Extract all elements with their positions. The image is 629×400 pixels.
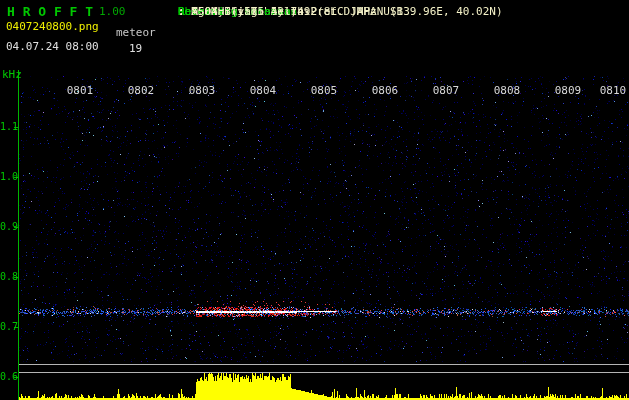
time-label-0808: 0808 (492, 84, 522, 97)
time-label-0806: 0806 (370, 84, 400, 97)
info-value: : A504HB(yagi 4el) (178, 5, 297, 19)
freq-label-0.6: 0.6 (0, 371, 18, 382)
time-label-0804: 0804 (248, 84, 278, 97)
time-label-0805: 0805 (309, 84, 339, 97)
freq-label-0.7: 0.7 (0, 321, 18, 332)
freq-label-0.9: 0.9 (0, 221, 18, 232)
echo-count: 19 (129, 42, 142, 55)
time-label-0809: 0809 (553, 84, 583, 97)
time-label-0802: 0802 (126, 84, 156, 97)
freq-label-1.0: 1.0 (0, 171, 18, 182)
app-version: 1.00 (99, 5, 126, 18)
mode-label: meteor (116, 26, 156, 39)
time-label-0801: 0801 (65, 84, 95, 97)
freq-label-1.1: 1.1 (0, 121, 18, 132)
freq-axis-unit: kHz (2, 68, 22, 81)
freq-label-0.8: 0.8 (0, 271, 18, 282)
time-label-0807: 0807 (431, 84, 461, 97)
app-title: H R O F F T (7, 4, 93, 19)
time-label-0803: 0803 (187, 84, 217, 97)
time-label-0810: 0810 (598, 84, 628, 97)
overlay: H R O F F T 1.00 0407240800.png meteor 0… (0, 0, 629, 400)
datetime-label: 04.07.24 08:00 (6, 40, 99, 53)
output-filename: 0407240800.png (6, 20, 99, 33)
